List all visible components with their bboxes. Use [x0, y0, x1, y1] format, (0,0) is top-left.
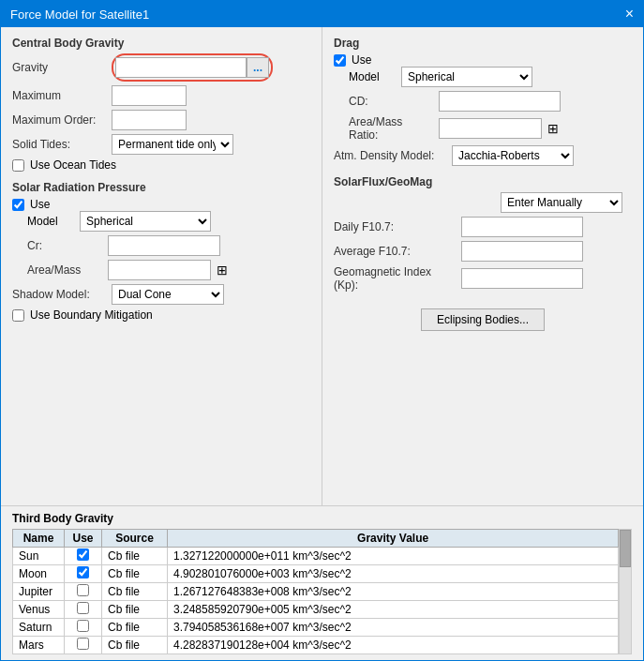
drag-use-row: Use: [334, 53, 632, 67]
gravity-input-group: WGS84_EGM96.grv ...: [112, 53, 273, 82]
atm-density-select[interactable]: Jacchia-Roberts: [452, 145, 574, 166]
scrollbar-track[interactable]: [619, 529, 632, 654]
average-label: Average F10.7:: [334, 245, 456, 258]
solar-use-checkbox[interactable]: [12, 199, 24, 211]
window-title: Force Model for Satellite1: [10, 8, 149, 22]
cell-name: Venus: [13, 601, 65, 619]
cell-name: Moon: [13, 565, 65, 583]
boundary-mitigation-checkbox[interactable]: [12, 309, 24, 322]
maximum-label: Maximum: [12, 89, 106, 102]
enter-manually-select[interactable]: Enter Manually: [501, 192, 622, 213]
use-checkbox[interactable]: [77, 638, 89, 650]
third-body-section: Third Body Gravity Name Use Source Gravi…: [1, 505, 643, 660]
average-row: Average F10.7: 150.00000000: [334, 241, 632, 262]
cell-source: Cb file: [102, 583, 168, 601]
ocean-tides-row: Use Ocean Tides: [12, 158, 310, 172]
table-row: MoonCb file4.902801076000e+003 km^3/sec^…: [13, 565, 619, 583]
maximum-order-row: Maximum Order: 21: [12, 110, 310, 130]
solar-flux-section: SolarFlux/GeoMag Enter Manually Daily F1…: [334, 175, 632, 295]
geomagnetic-row: Geomagnetic Index (Kp): 3.00000000: [334, 265, 632, 292]
eclipsing-bodies-button[interactable]: Eclipsing Bodies...: [421, 308, 545, 331]
daily-label: Daily F10.7:: [334, 220, 456, 233]
gravity-input[interactable]: WGS84_EGM96.grv: [115, 57, 247, 78]
solar-radiation-title: Solar Radiation Pressure: [12, 181, 310, 194]
table-row: VenusCb file3.248585920790e+005 km^3/sec…: [13, 601, 619, 619]
cell-gravity: 3.248585920790e+005 km^3/sec^2: [168, 601, 619, 619]
cell-use: [65, 601, 102, 619]
cell-use: [65, 583, 102, 601]
cd-input[interactable]: 2.200000: [439, 91, 561, 112]
enter-manually-row: Enter Manually: [334, 192, 622, 213]
use-checkbox[interactable]: [77, 620, 89, 632]
third-body-table-container: Name Use Source Gravity Value SunCb file…: [12, 529, 632, 654]
daily-input[interactable]: 150.00000000: [461, 217, 583, 237]
solid-tides-select[interactable]: Permanent tide only: [112, 134, 233, 155]
right-area-mass-label: Area/Mass Ratio:: [349, 115, 433, 142]
solid-tides-row: Solid Tides: Permanent tide only: [12, 134, 310, 155]
table-row: SaturnCb file3.794058536168e+007 km^3/se…: [13, 619, 619, 637]
shadow-model-row: Shadow Model: Dual Cone: [12, 284, 310, 305]
cd-row: CD: 2.200000: [349, 91, 632, 112]
boundary-mitigation-row: Use Boundary Mitigation: [12, 308, 310, 322]
central-body-title: Central Body Gravity: [12, 37, 310, 50]
area-mass-input[interactable]: 0.02 m^2/kg: [108, 260, 211, 280]
cr-row: Cr: 1.000000: [27, 235, 310, 256]
drag-model-row: Model Spherical: [349, 67, 632, 87]
geomagnetic-label: Geomagnetic Index (Kp):: [334, 265, 456, 292]
table-row: SunCb file1.327122000000e+011 km^3/sec^2: [13, 548, 619, 565]
cell-use: [65, 565, 102, 583]
cell-source: Cb file: [102, 565, 168, 583]
gravity-label: Gravity: [12, 61, 106, 74]
table-row: JupiterCb file1.267127648383e+008 km^3/s…: [13, 583, 619, 601]
ocean-tides-label: Use Ocean Tides: [30, 158, 116, 172]
cell-name: Mars: [13, 637, 65, 654]
cell-gravity: 4.282837190128e+004 km^3/sec^2: [168, 637, 619, 654]
use-checkbox[interactable]: [77, 548, 89, 561]
shadow-model-label: Shadow Model:: [12, 288, 106, 301]
maximum-row: Maximum 21: [12, 85, 310, 106]
area-mass-icon: ⊞: [217, 263, 228, 278]
third-body-table: Name Use Source Gravity Value SunCb file…: [12, 529, 619, 654]
use-checkbox[interactable]: [77, 584, 89, 596]
browse-button[interactable]: ...: [247, 57, 269, 78]
col-use: Use: [65, 530, 102, 548]
right-area-mass-icon: ⊞: [547, 121, 559, 136]
drag-model-select[interactable]: Spherical: [401, 67, 532, 87]
area-mass-row: Area/Mass 0.02 m^2/kg ⊞: [27, 260, 310, 280]
table-row: MarsCb file4.282837190128e+004 km^3/sec^…: [13, 637, 619, 654]
maximum-input[interactable]: 21: [112, 85, 187, 106]
close-button[interactable]: ×: [625, 7, 634, 22]
cell-source: Cb file: [102, 637, 168, 654]
scrollbar-thumb[interactable]: [620, 530, 631, 567]
use-checkbox[interactable]: [77, 566, 89, 578]
cell-name: Saturn: [13, 619, 65, 637]
col-source: Source: [102, 530, 168, 548]
left-panel: Central Body Gravity Gravity WGS84_EGM96…: [1, 27, 322, 505]
shadow-model-select[interactable]: Dual Cone: [112, 284, 224, 305]
cell-gravity: 4.902801076000e+003 km^3/sec^2: [168, 565, 619, 583]
right-area-mass-input[interactable]: 0.02 m^2/kg: [439, 118, 542, 139]
cr-label: Cr:: [27, 239, 102, 252]
gravity-row: Gravity WGS84_EGM96.grv ...: [12, 53, 310, 82]
cell-gravity: 3.794058536168e+007 km^3/sec^2: [168, 619, 619, 637]
right-area-mass-row: Area/Mass Ratio: 0.02 m^2/kg ⊞: [349, 115, 632, 142]
solar-model-label: Model: [27, 215, 74, 228]
force-model-window: Force Model for Satellite1 × Central Bod…: [0, 0, 644, 661]
geomagnetic-input[interactable]: 3.00000000: [461, 268, 583, 289]
cell-use: [65, 619, 102, 637]
solar-model-select[interactable]: Spherical: [80, 211, 211, 232]
drag-model-label: Model: [349, 70, 396, 83]
right-panel: Drag Use Model Spherical CD: 2.200000: [322, 27, 643, 505]
drag-use-checkbox[interactable]: [334, 54, 346, 67]
cr-input[interactable]: 1.000000: [108, 235, 220, 256]
col-gravity: Gravity Value: [168, 530, 619, 548]
drag-title: Drag: [334, 37, 632, 50]
maximum-order-input[interactable]: 21: [112, 110, 187, 130]
use-checkbox[interactable]: [77, 602, 89, 614]
cell-gravity: 1.267127648383e+008 km^3/sec^2: [168, 583, 619, 601]
third-body-title: Third Body Gravity: [12, 512, 632, 525]
cell-source: Cb file: [102, 601, 168, 619]
boundary-mitigation-label: Use Boundary Mitigation: [30, 308, 153, 322]
average-input[interactable]: 150.00000000: [461, 241, 583, 262]
use-ocean-tides-checkbox[interactable]: [12, 159, 24, 172]
